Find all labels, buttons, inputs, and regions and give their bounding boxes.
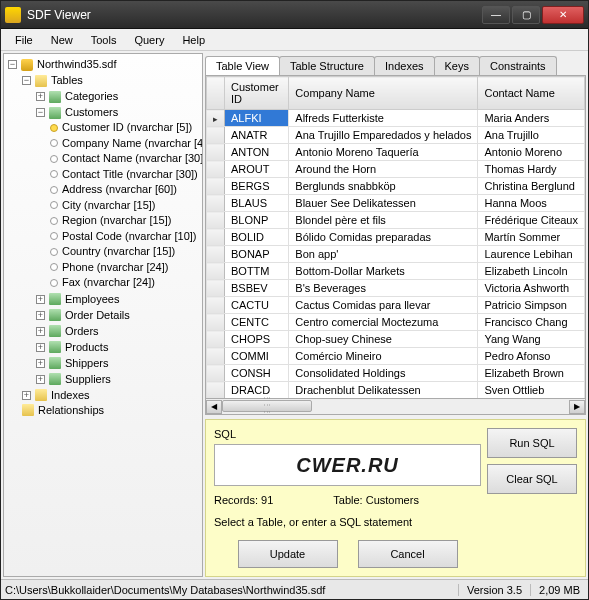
table-row[interactable]: CONSHConsolidated HoldingsElizabeth Brow… [207, 365, 585, 382]
cell-customer-id[interactable]: ANATR [225, 127, 289, 144]
cell-customer-id[interactable]: CENTC [225, 314, 289, 331]
cell-contact-name[interactable]: Maria Anders [478, 110, 585, 127]
update-button[interactable]: Update [238, 540, 338, 568]
table-row[interactable]: AROUTAround the HornThomas Hardy [207, 161, 585, 178]
expander-icon[interactable]: + [22, 391, 31, 400]
expander-icon[interactable]: + [36, 295, 45, 304]
tree-root[interactable]: −Northwind35.sdf [8, 57, 117, 72]
scroll-left-icon[interactable]: ◀ [206, 400, 222, 414]
cell-contact-name[interactable]: Laurence Lebihan [478, 246, 585, 263]
cell-customer-id[interactable]: CHOPS [225, 331, 289, 348]
cell-customer-id[interactable]: CACTU [225, 297, 289, 314]
cell-company-name[interactable]: Blauer See Delikatessen [289, 195, 478, 212]
table-row[interactable]: CENTCCentro comercial MoctezumaFrancisco… [207, 314, 585, 331]
cell-company-name[interactable]: Bottom-Dollar Markets [289, 263, 478, 280]
menu-query[interactable]: Query [126, 32, 172, 48]
cell-contact-name[interactable]: Christina Berglund [478, 178, 585, 195]
cell-company-name[interactable]: Chop-suey Chinese [289, 331, 478, 348]
table-row[interactable]: ALFKIAlfreds FutterkisteMaria Anders [207, 110, 585, 127]
row-header[interactable] [207, 382, 225, 399]
tree-column[interactable]: Customer ID (nvarchar [5]) [50, 120, 192, 135]
row-header[interactable] [207, 195, 225, 212]
row-header[interactable] [207, 365, 225, 382]
cell-company-name[interactable]: Consolidated Holdings [289, 365, 478, 382]
cell-contact-name[interactable]: Elizabeth Lincoln [478, 263, 585, 280]
clear-sql-button[interactable]: Clear SQL [487, 464, 577, 494]
row-header[interactable] [207, 229, 225, 246]
tree-column[interactable]: Country (nvarchar [15]) [50, 244, 175, 259]
expander-icon[interactable]: + [36, 311, 45, 320]
tab-keys[interactable]: Keys [434, 56, 480, 75]
row-header[interactable] [207, 110, 225, 127]
tree-column[interactable]: Postal Code (nvarchar [10]) [50, 229, 197, 244]
row-header[interactable] [207, 178, 225, 195]
cell-contact-name[interactable]: Yang Wang [478, 331, 585, 348]
tree-table[interactable]: +Products [36, 340, 108, 355]
scroll-thumb[interactable] [222, 400, 312, 412]
table-row[interactable]: BOTTMBottom-Dollar MarketsElizabeth Linc… [207, 263, 585, 280]
row-header[interactable] [207, 331, 225, 348]
expander-icon[interactable]: − [22, 76, 31, 85]
menu-help[interactable]: Help [174, 32, 213, 48]
tree-column[interactable]: Region (nvarchar [15]) [50, 213, 171, 228]
cell-customer-id[interactable]: ANTON [225, 144, 289, 161]
cell-customer-id[interactable]: BLAUS [225, 195, 289, 212]
cell-customer-id[interactable]: BLONP [225, 212, 289, 229]
tree-relationships[interactable]: Relationships [22, 403, 104, 418]
cell-contact-name[interactable]: Martín Sommer [478, 229, 585, 246]
tab-constraints[interactable]: Constraints [479, 56, 557, 75]
tab-table-structure[interactable]: Table Structure [279, 56, 375, 75]
cell-company-name[interactable]: Alfreds Futterkiste [289, 110, 478, 127]
col-contact-name[interactable]: Contact Name [478, 77, 585, 110]
tree-column[interactable]: Contact Name (nvarchar [30]) [50, 151, 203, 166]
table-row[interactable]: COMMIComércio MineiroPedro Afonso [207, 348, 585, 365]
cell-contact-name[interactable]: Francisco Chang [478, 314, 585, 331]
menu-new[interactable]: New [43, 32, 81, 48]
cell-contact-name[interactable]: Elizabeth Brown [478, 365, 585, 382]
tree-table[interactable]: +Order Details [36, 308, 130, 323]
table-row[interactable]: BOLIDBólido Comidas preparadasMartín Som… [207, 229, 585, 246]
expander-icon[interactable]: + [36, 327, 45, 336]
cell-company-name[interactable]: Comércio Mineiro [289, 348, 478, 365]
cell-contact-name[interactable]: Patricio Simpson [478, 297, 585, 314]
table-row[interactable]: BLAUSBlauer See DelikatessenHanna Moos [207, 195, 585, 212]
tab-indexes[interactable]: Indexes [374, 56, 435, 75]
cell-contact-name[interactable]: Pedro Afonso [478, 348, 585, 365]
cell-contact-name[interactable]: Antonio Moreno [478, 144, 585, 161]
row-header[interactable] [207, 297, 225, 314]
tree-table[interactable]: +Categories [36, 89, 118, 104]
expander-icon[interactable]: + [36, 343, 45, 352]
cell-customer-id[interactable]: CONSH [225, 365, 289, 382]
cell-company-name[interactable]: Bólido Comidas preparadas [289, 229, 478, 246]
cell-company-name[interactable]: B's Beverages [289, 280, 478, 297]
row-header[interactable] [207, 127, 225, 144]
titlebar[interactable]: SDF Viewer — ▢ ✕ [1, 1, 588, 29]
menu-tools[interactable]: Tools [83, 32, 125, 48]
cell-company-name[interactable]: Antonio Moreno Taquería [289, 144, 478, 161]
cell-company-name[interactable]: Blondel père et fils [289, 212, 478, 229]
cancel-button[interactable]: Cancel [358, 540, 458, 568]
tab-table-view[interactable]: Table View [205, 56, 280, 75]
expander-icon[interactable]: − [36, 108, 45, 117]
cell-contact-name[interactable]: Ana Trujillo [478, 127, 585, 144]
cell-company-name[interactable]: Around the Horn [289, 161, 478, 178]
cell-company-name[interactable]: Berglunds snabbköp [289, 178, 478, 195]
row-header[interactable] [207, 280, 225, 297]
cell-customer-id[interactable]: DRACD [225, 382, 289, 399]
cell-contact-name[interactable]: Frédérique Citeaux [478, 212, 585, 229]
minimize-button[interactable]: — [482, 6, 510, 24]
cell-contact-name[interactable]: Victoria Ashworth [478, 280, 585, 297]
cell-company-name[interactable]: Drachenblut Delikatessen [289, 382, 478, 399]
close-button[interactable]: ✕ [542, 6, 584, 24]
row-header[interactable] [207, 263, 225, 280]
table-row[interactable]: CHOPSChop-suey ChineseYang Wang [207, 331, 585, 348]
cell-contact-name[interactable]: Hanna Moos [478, 195, 585, 212]
cell-company-name[interactable]: Centro comercial Moctezuma [289, 314, 478, 331]
cell-customer-id[interactable]: COMMI [225, 348, 289, 365]
tree-column[interactable]: Phone (nvarchar [24]) [50, 260, 168, 275]
tree-table[interactable]: +Shippers [36, 356, 108, 371]
row-header[interactable] [207, 314, 225, 331]
tree-table[interactable]: +Employees [36, 292, 119, 307]
scroll-right-icon[interactable]: ▶ [569, 400, 585, 414]
table-row[interactable]: BLONPBlondel père et filsFrédérique Cite… [207, 212, 585, 229]
